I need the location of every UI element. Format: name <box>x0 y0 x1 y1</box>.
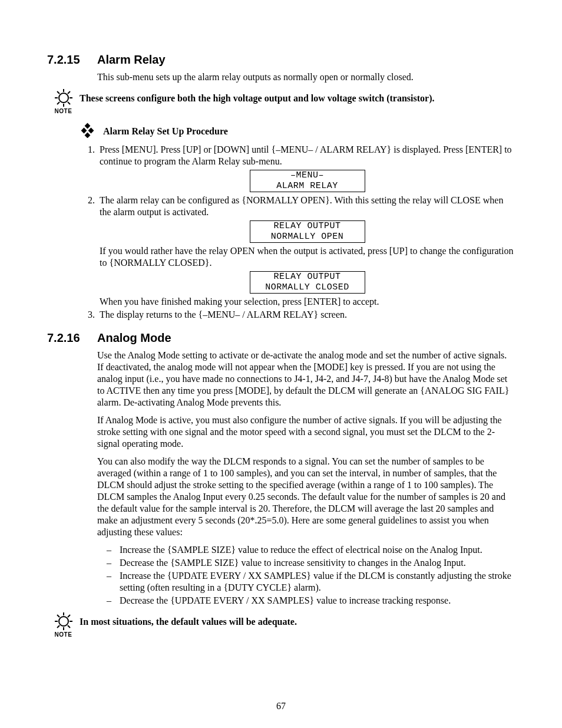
list-item: Press [MENU]. Press [UP] or [DOWN] until… <box>97 144 515 192</box>
step-text: The display returns to the {–MENU– / ALA… <box>100 309 347 319</box>
svg-line-8 <box>68 102 70 104</box>
section-number: 7.2.16 <box>47 331 97 345</box>
svg-point-0 <box>59 93 68 103</box>
guideline-list: Increase the {SAMPLE SIZE} value to redu… <box>97 544 515 607</box>
note-text: These screens configure both the high vo… <box>80 89 435 104</box>
section-title: Alarm Relay <box>97 53 166 67</box>
note-label: NOTE <box>47 108 80 114</box>
note-block: NOTE In most situations, the default val… <box>47 612 515 638</box>
screen-line: NORMALLY CLOSED <box>252 282 363 293</box>
intro-paragraph: This sub-menu sets up the alarm relay ou… <box>97 71 515 83</box>
screen-line: RELAY OUTPUT <box>252 272 363 282</box>
section-heading: 7.2.16 Analog Mode <box>47 331 515 345</box>
body-paragraph: You can also modify the way the DLCM res… <box>97 456 515 538</box>
svg-line-19 <box>68 615 70 617</box>
list-item: Decrease the {SAMPLE SIZE} value to incr… <box>120 557 515 569</box>
step-text: The alarm relay can be configured as {NO… <box>100 195 503 217</box>
svg-line-21 <box>68 625 70 628</box>
body-paragraph: Use the Analog Mode setting to activate … <box>97 350 515 409</box>
screen-line: ALARM RELAY <box>252 181 363 192</box>
step-text: If you would rather have the relay OPEN … <box>100 245 515 269</box>
screen-line: –MENU– <box>252 170 363 181</box>
procedure-steps: Press [MENU]. Press [UP] or [DOWN] until… <box>80 144 515 321</box>
step-text: Press [MENU]. Press [UP] or [DOWN] until… <box>100 144 512 166</box>
diamond-bullet-icon <box>80 123 103 140</box>
lcd-screen: RELAY OUTPUT NORMALLY OPEN <box>250 220 365 243</box>
svg-line-20 <box>57 625 59 628</box>
svg-rect-11 <box>88 128 94 134</box>
svg-line-18 <box>57 615 59 617</box>
note-icon: NOTE <box>47 89 80 114</box>
note-icon: NOTE <box>47 612 80 638</box>
step-text: When you have finished making your selec… <box>100 296 515 308</box>
list-item: The alarm relay can be configured as {NO… <box>97 195 515 308</box>
note-label: NOTE <box>47 631 80 638</box>
svg-line-5 <box>57 91 59 94</box>
screen-line: RELAY OUTPUT <box>252 221 363 232</box>
svg-line-6 <box>68 91 70 94</box>
note-block: NOTE These screens configure both the hi… <box>47 89 515 114</box>
note-text: In most situations, the default values w… <box>80 612 297 628</box>
svg-rect-10 <box>81 128 87 134</box>
svg-line-7 <box>57 102 59 104</box>
section-number: 7.2.15 <box>47 53 97 67</box>
section-heading: 7.2.15 Alarm Relay <box>47 53 515 67</box>
section-title: Analog Mode <box>97 331 171 345</box>
list-item: Increase the {SAMPLE SIZE} value to redu… <box>120 544 515 556</box>
list-item: The display returns to the {–MENU– / ALA… <box>97 309 515 321</box>
lcd-screen: –MENU– ALARM RELAY <box>250 170 365 192</box>
page-number: 67 <box>0 701 562 711</box>
svg-point-13 <box>59 617 68 626</box>
screen-line: NORMALLY OPEN <box>252 232 363 242</box>
procedure-title: Alarm Relay Set Up Procedure <box>103 126 228 137</box>
lcd-screen: RELAY OUTPUT NORMALLY CLOSED <box>250 271 365 294</box>
procedure-heading: Alarm Relay Set Up Procedure <box>80 123 515 140</box>
svg-rect-12 <box>85 133 91 138</box>
svg-rect-9 <box>85 123 91 129</box>
list-item: Increase the {UPDATE EVERY / XX SAMPLES}… <box>120 570 515 594</box>
list-item: Decrease the {UPDATE EVERY / XX SAMPLES}… <box>120 595 515 607</box>
body-paragraph: If Analog Mode is active, you must also … <box>97 414 515 450</box>
